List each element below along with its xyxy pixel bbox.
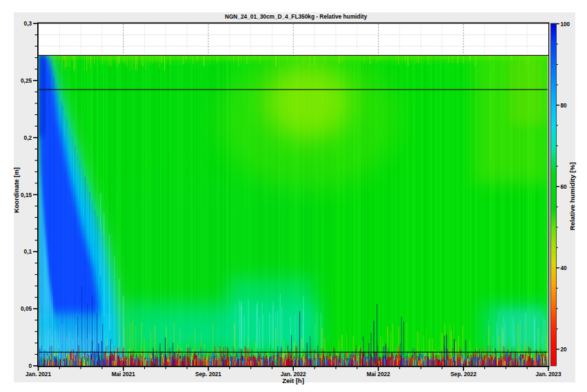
svg-text:80: 80 [561,103,568,109]
svg-text:NGN_24_01_30cm_D_4_FL350kg - R: NGN_24_01_30cm_D_4_FL350kg - Relative hu… [225,13,368,20]
svg-text:40: 40 [561,265,568,271]
svg-text:Sep. 2021: Sep. 2021 [195,371,221,378]
svg-text:Jan. 2023: Jan. 2023 [536,371,561,378]
svg-text:100: 100 [561,21,570,28]
svg-text:0,2: 0,2 [24,135,32,141]
svg-text:0,25: 0,25 [21,78,32,84]
svg-text:Relative humidity [%]: Relative humidity [%] [568,162,576,230]
svg-text:20: 20 [561,347,568,353]
svg-text:Mai 2021: Mai 2021 [112,371,136,378]
svg-text:Jan. 2021: Jan. 2021 [26,371,51,378]
svg-text:Koordinate [m]: Koordinate [m] [13,167,20,213]
svg-text:0,1: 0,1 [24,249,32,255]
svg-text:60: 60 [561,184,568,190]
svg-text:0,15: 0,15 [21,192,32,198]
svg-text:0,05: 0,05 [21,306,32,312]
svg-text:Zeit [h]: Zeit [h] [282,377,304,384]
svg-text:Sep. 2022: Sep. 2022 [450,371,477,378]
svg-text:0,3: 0,3 [24,21,32,27]
svg-text:0: 0 [28,363,32,369]
svg-text:Mai 2022: Mai 2022 [366,371,390,378]
